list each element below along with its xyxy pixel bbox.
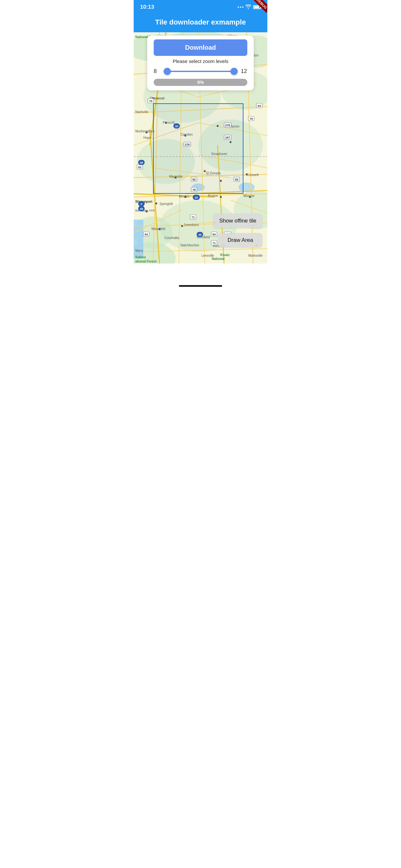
svg-text:Springhill: Springhill xyxy=(159,202,173,206)
map-selection-rectangle[interactable] xyxy=(153,103,243,194)
zoom-slider-row: 8 12 xyxy=(154,66,247,76)
zoom-max-value: 12 xyxy=(241,68,247,74)
svg-text:Monroe: Monroe xyxy=(243,194,254,197)
svg-text:Hope: Hope xyxy=(143,136,151,140)
status-time: 10:13 xyxy=(140,4,154,10)
svg-text:Many: Many xyxy=(135,249,143,252)
show-offline-button[interactable]: Show offine tile xyxy=(213,214,262,228)
svg-text:Barksdale AFB: Barksdale AFB xyxy=(135,209,155,212)
map-container[interactable]: National Forest Village Hot Springs Bent… xyxy=(134,32,267,264)
svg-point-55 xyxy=(220,196,222,198)
svg-text:20: 20 xyxy=(195,196,198,199)
svg-text:Kisatc: Kisatc xyxy=(220,253,230,257)
svg-text:84: 84 xyxy=(212,233,216,236)
home-indicator xyxy=(179,285,222,287)
wifi-icon xyxy=(245,4,251,10)
slider-thumb-max[interactable] xyxy=(230,68,238,75)
page-title: Tile downloader exmample xyxy=(140,18,261,27)
zoom-range-slider[interactable] xyxy=(163,66,238,76)
svg-text:Minden: Minden xyxy=(179,195,189,198)
slider-fill xyxy=(167,71,234,72)
svg-text:Ruston: Ruston xyxy=(208,194,218,197)
draw-area-button[interactable]: Draw Area xyxy=(219,233,262,247)
svg-text:84: 84 xyxy=(145,233,148,236)
svg-text:Marksville: Marksville xyxy=(248,254,263,257)
svg-text:Sabine: Sabine xyxy=(135,255,146,259)
svg-text:49: 49 xyxy=(140,207,143,211)
svg-text:71: 71 xyxy=(191,216,195,219)
svg-text:63: 63 xyxy=(258,104,261,107)
svg-text:Jonesboro: Jonesboro xyxy=(184,223,199,227)
svg-point-57 xyxy=(181,225,183,227)
status-icons xyxy=(238,4,261,10)
svg-text:70: 70 xyxy=(149,99,152,103)
svg-text:Mansfield: Mansfield xyxy=(151,227,165,230)
svg-text:49: 49 xyxy=(140,161,143,164)
svg-text:Murfreesboro: Murfreesboro xyxy=(135,129,155,133)
progress-bar: 0% xyxy=(154,79,247,86)
svg-text:ational Forest: ational Forest xyxy=(135,259,157,263)
slider-thumb-min[interactable] xyxy=(164,68,171,75)
app-header: Tile downloader exmample xyxy=(134,14,267,32)
svg-text:Nashville: Nashville xyxy=(135,110,149,114)
svg-text:Crossett: Crossett xyxy=(247,173,258,177)
svg-text:49: 49 xyxy=(198,233,202,237)
svg-text:National: National xyxy=(212,257,225,260)
status-bar: 10:13 xyxy=(134,0,267,14)
svg-text:Natchitoches: Natchitoches xyxy=(181,244,199,247)
download-button[interactable]: Download xyxy=(154,39,247,56)
svg-text:Coushatta: Coushatta xyxy=(164,236,179,240)
zoom-min-value: 8 xyxy=(154,68,160,74)
progress-text: 0% xyxy=(197,80,204,85)
svg-text:71: 71 xyxy=(212,242,216,245)
svg-text:0: 0 xyxy=(141,203,142,206)
svg-text:79: 79 xyxy=(250,117,253,120)
svg-point-52 xyxy=(155,203,157,205)
signal-icon xyxy=(238,6,243,8)
zoom-label: Please select zoom levels xyxy=(173,58,228,64)
svg-text:82: 82 xyxy=(138,166,142,169)
svg-rect-13 xyxy=(134,220,143,258)
overlay-panel: Download Please select zoom levels 8 12 … xyxy=(147,35,254,90)
